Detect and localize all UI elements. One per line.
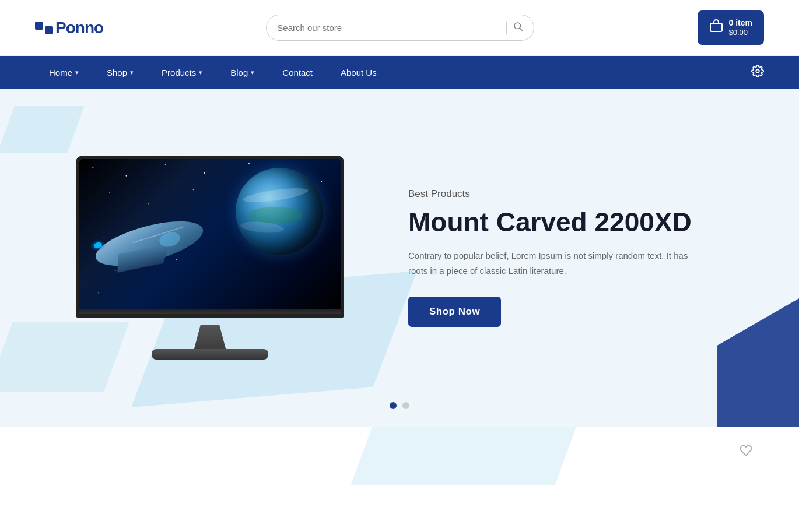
spaceship: [85, 212, 225, 287]
nav-item-home[interactable]: Home ▾: [35, 56, 93, 89]
hero-subtitle: Best Products: [408, 188, 723, 200]
bottom-section: [0, 427, 799, 485]
cart-price: $0.00: [729, 28, 748, 38]
nav-label-shop: Shop: [107, 68, 127, 77]
nav-items: Home ▾ Shop ▾ Products ▾ Blog ▾ Contact …: [35, 56, 751, 89]
search-input[interactable]: [277, 23, 500, 33]
svg-point-11: [109, 192, 110, 193]
logo-square-1: [35, 22, 43, 30]
nav-arrow-blog: ▾: [251, 69, 254, 76]
nav-item-shop[interactable]: Shop ▾: [93, 56, 148, 89]
nav-label-home: Home: [49, 68, 72, 77]
screen-display: [79, 159, 341, 309]
svg-point-4: [92, 167, 93, 168]
site-header: Ponno 0 item $0.00: [0, 0, 799, 56]
nav-label-about: About Us: [341, 68, 377, 77]
nav-item-products[interactable]: Products ▾: [148, 56, 216, 89]
nav-label-blog: Blog: [230, 68, 248, 77]
logo-icon: [35, 22, 53, 34]
svg-point-5: [126, 175, 127, 177]
navbar: Home ▾ Shop ▾ Products ▾ Blog ▾ Contact …: [0, 56, 799, 89]
svg-point-12: [148, 203, 149, 204]
monitor: [58, 156, 362, 360]
logo[interactable]: Ponno: [35, 19, 103, 37]
svg-point-6: [165, 164, 166, 165]
monitor-base: [152, 349, 268, 360]
svg-point-18: [98, 292, 99, 293]
cart-items-count: 0 item: [729, 17, 752, 28]
cart-info: 0 item $0.00: [729, 17, 752, 38]
nav-arrow-products: ▾: [199, 69, 202, 76]
nav-item-contact[interactable]: Contact: [268, 56, 327, 89]
hero-text: Best Products Mount Carved 2200XD Contra…: [373, 188, 723, 327]
svg-point-10: [321, 181, 322, 182]
search-bar: [266, 15, 534, 41]
logo-text: Ponno: [55, 19, 103, 37]
svg-line-1: [520, 28, 523, 30]
nav-arrow-home: ▾: [75, 69, 79, 76]
shop-now-button[interactable]: Shop Now: [408, 297, 501, 327]
wishlist-icon[interactable]: [740, 444, 752, 460]
nav-arrow-shop: ▾: [130, 69, 134, 76]
nav-item-blog[interactable]: Blog ▾: [216, 56, 268, 89]
hero-content: Best Products Mount Carved 2200XD Contra…: [0, 132, 799, 383]
hero-title: Mount Carved 2200XD: [408, 207, 723, 238]
carousel-dot-1[interactable]: [390, 402, 397, 409]
svg-rect-2: [710, 23, 722, 31]
hero-description: Contrary to popular belief, Lorem Ipsum …: [408, 248, 700, 278]
svg-point-8: [248, 163, 250, 164]
cart-button[interactable]: 0 item $0.00: [698, 10, 764, 45]
search-icon[interactable]: [513, 21, 523, 34]
hero-image: [47, 156, 373, 360]
carousel-dots: [390, 402, 409, 409]
bottom-shape: [351, 427, 576, 485]
carousel-dot-2[interactable]: [402, 402, 409, 409]
nav-label-contact: Contact: [282, 68, 313, 77]
svg-point-13: [193, 189, 194, 190]
search-divider: [506, 22, 507, 34]
svg-point-3: [756, 69, 759, 73]
monitor-screen: [76, 156, 344, 313]
nav-item-about[interactable]: About Us: [327, 56, 391, 89]
nav-label-products: Products: [162, 68, 196, 77]
monitor-bezel: [76, 309, 344, 318]
logo-square-2: [45, 26, 53, 34]
settings-icon[interactable]: [751, 65, 764, 80]
cart-icon: [709, 19, 723, 36]
planet: [236, 168, 323, 255]
hero-section: Best Products Mount Carved 2200XD Contra…: [0, 89, 799, 427]
svg-point-7: [204, 172, 205, 174]
